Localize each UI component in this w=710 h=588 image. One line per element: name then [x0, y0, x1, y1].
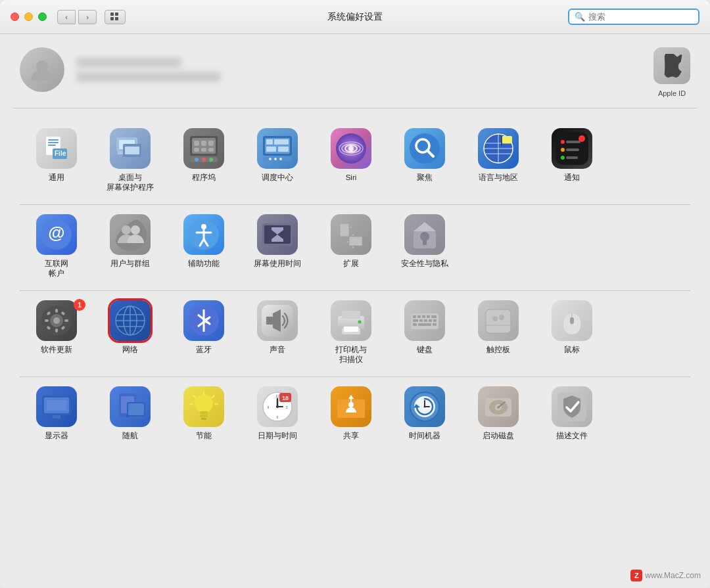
- close-button[interactable]: [11, 12, 19, 21]
- mouse-icon: [552, 300, 592, 341]
- pref-general[interactable]: File 通用: [20, 122, 93, 189]
- svg-rect-80: [423, 240, 427, 245]
- svg-text:12: 12: [275, 394, 279, 398]
- svg-point-20: [195, 158, 199, 162]
- sidecar-icon: [110, 386, 151, 427]
- avatar[interactable]: [20, 47, 64, 92]
- pref-display[interactable]: 显示器: [20, 380, 93, 447]
- pref-internet[interactable]: @ 互联网帐户: [20, 208, 93, 285]
- pref-sharing[interactable]: 共享: [314, 380, 388, 447]
- svg-rect-119: [429, 319, 432, 322]
- pref-profile[interactable]: 描述文件: [535, 380, 609, 447]
- pref-keyboard[interactable]: 键盘: [388, 294, 462, 361]
- notify-label: 通知: [564, 173, 580, 183]
- apple-id-label: Apple ID: [658, 89, 686, 97]
- svg-point-36: [269, 158, 272, 160]
- pref-screentime[interactable]: 屏幕使用时间: [241, 208, 314, 275]
- maximize-button[interactable]: [38, 12, 47, 21]
- pref-language[interactable]: 语言与地区: [462, 122, 535, 189]
- svg-rect-124: [486, 309, 511, 333]
- svg-point-68: [131, 225, 140, 235]
- pref-siri[interactable]: Siri: [314, 122, 388, 189]
- apple-logo-icon: [660, 54, 684, 78]
- svg-rect-61: [561, 156, 565, 160]
- svg-rect-134: [49, 418, 64, 420]
- svg-rect-58: [566, 141, 580, 143]
- apple-id-button[interactable]: [653, 47, 690, 84]
- back-button[interactable]: ‹: [57, 10, 76, 24]
- svg-point-67: [122, 225, 131, 235]
- language-icon: [478, 128, 519, 169]
- pref-datetime[interactable]: 12 3 6 9 18 日期与时间: [241, 380, 314, 447]
- energy-icon: [183, 386, 224, 427]
- search-input[interactable]: [588, 12, 693, 22]
- apple-id-section[interactable]: Apple ID: [653, 47, 690, 97]
- svg-rect-54: [502, 136, 512, 143]
- svg-rect-115: [431, 315, 437, 318]
- svg-rect-1: [115, 12, 118, 16]
- timemachine-icon: [404, 386, 445, 427]
- forward-button[interactable]: ›: [78, 10, 97, 24]
- svg-rect-87: [45, 319, 49, 322]
- pref-security[interactable]: 安全性与隐私: [388, 208, 462, 275]
- network-icon: [110, 300, 151, 341]
- icons-row-2: @ 互联网帐户 用户与群组: [20, 208, 690, 285]
- svg-rect-26: [194, 148, 199, 152]
- svg-rect-85: [55, 309, 58, 313]
- desktop-icon: [110, 128, 151, 169]
- pref-timemachine[interactable]: 时间机器: [388, 380, 462, 447]
- datetime-label: 日期与时间: [258, 431, 297, 441]
- pref-extensions[interactable]: 扩展: [314, 208, 388, 275]
- search-box[interactable]: 🔍: [568, 9, 699, 25]
- svg-point-170: [424, 405, 426, 407]
- svg-point-63: [579, 135, 585, 142]
- pref-softupdate[interactable]: 1: [20, 294, 93, 361]
- svg-rect-112: [417, 315, 421, 318]
- pref-access[interactable]: 辅助功能: [167, 208, 241, 275]
- section-divider-3: [20, 376, 690, 377]
- svg-rect-7: [48, 142, 59, 143]
- window-title: 系统偏好设置: [327, 11, 383, 23]
- pref-users[interactable]: 用户与群组: [93, 208, 167, 275]
- svg-point-84: [53, 317, 60, 324]
- pref-sound[interactable]: 声音: [241, 294, 314, 361]
- svg-point-44: [410, 133, 440, 164]
- pref-network[interactable]: 网络: [93, 294, 167, 361]
- pref-desktop[interactable]: 桌面与屏幕保护程序: [93, 122, 167, 199]
- sound-icon: [257, 300, 298, 341]
- printer-label: 打印机与扫描仪: [335, 345, 367, 365]
- pref-energy[interactable]: 节能: [167, 380, 241, 447]
- bluetooth-label: 蓝牙: [196, 345, 212, 355]
- pref-spotlight[interactable]: 聚焦: [388, 122, 462, 189]
- pref-notify[interactable]: 通知: [535, 122, 609, 189]
- minimize-button[interactable]: [24, 12, 33, 21]
- extensions-icon: [331, 214, 371, 255]
- sharing-icon: [331, 386, 371, 427]
- pref-sidecar[interactable]: 随航: [93, 380, 167, 447]
- pref-mouse[interactable]: 鼠标: [535, 294, 609, 361]
- softupdate-icon: [36, 300, 77, 341]
- svg-rect-33: [266, 147, 276, 152]
- spotlight-icon: [404, 128, 445, 169]
- pref-bluetooth[interactable]: 蓝牙: [167, 294, 241, 361]
- pref-printer[interactable]: 打印机与扫描仪: [314, 294, 388, 371]
- pref-dock[interactable]: 程序坞: [167, 122, 241, 189]
- grid-view-button[interactable]: [105, 10, 126, 24]
- titlebar: ‹ › 系统偏好设置 🔍: [0, 0, 710, 34]
- watermark: Z www.MacZ.com: [630, 570, 701, 581]
- pref-trackpad[interactable]: 触控板: [462, 294, 535, 361]
- icons-row-1: File 通用 桌面与: [20, 122, 690, 199]
- svg-rect-144: [200, 415, 208, 417]
- pref-startdisk[interactable]: 启动磁盘: [462, 380, 535, 447]
- svg-rect-24: [201, 141, 206, 146]
- access-label: 辅助功能: [188, 259, 220, 269]
- svg-rect-103: [266, 317, 273, 325]
- watermark-z-icon: Z: [630, 570, 642, 581]
- dock-icon: [183, 128, 224, 169]
- spotlight-label: 聚焦: [417, 173, 433, 183]
- svg-point-38: [279, 158, 282, 160]
- svg-rect-34: [278, 147, 289, 152]
- svg-line-147: [193, 396, 195, 397]
- pref-missioncontrol[interactable]: 调度中心: [241, 122, 314, 189]
- svg-rect-123: [433, 323, 437, 326]
